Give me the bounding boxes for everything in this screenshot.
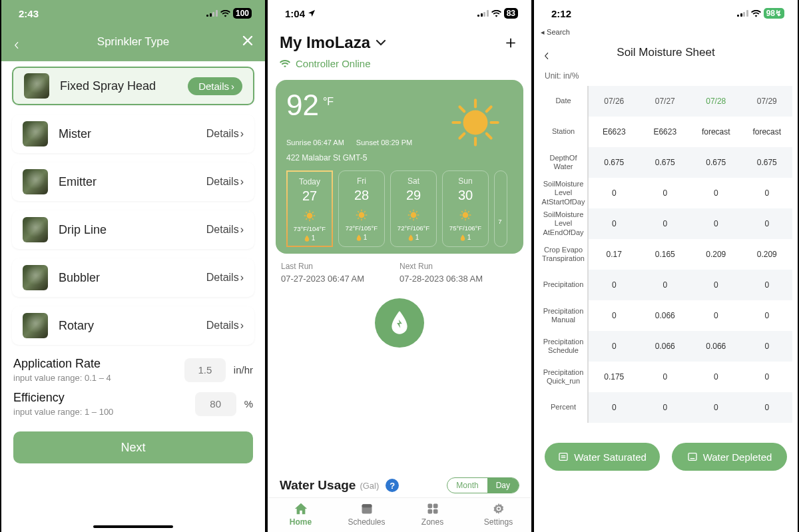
tab-schedules[interactable]: Schedules (334, 502, 400, 527)
help-icon[interactable]: ? (386, 479, 399, 492)
table-body[interactable]: 07/2607/2707/2807/29E6623E6623forecastfo… (589, 86, 792, 423)
table-cell: 0 (640, 392, 691, 423)
home-indicator[interactable] (93, 525, 173, 528)
sprinkler-item-emitter[interactable]: Emitter Details› (12, 162, 254, 201)
row-header: Date (539, 86, 587, 117)
application-rate-input[interactable] (184, 358, 226, 382)
table-cell: 0 (742, 331, 793, 362)
sunset: Sunset 08:29 PM (356, 138, 412, 146)
table-cell: 0 (640, 208, 691, 239)
quick-run-button[interactable] (375, 298, 424, 348)
period-day[interactable]: Day (487, 478, 519, 493)
sprinkler-name: Emitter (59, 175, 206, 189)
application-rate-label: Application Rate (13, 357, 111, 371)
tab-settings[interactable]: Settings (465, 502, 531, 527)
back-icon[interactable] (543, 49, 550, 56)
table-cell: 0 (589, 270, 640, 300)
svg-line-44 (461, 218, 463, 219)
table-cell: 0 (742, 208, 793, 239)
next-button[interactable]: Next (13, 431, 253, 463)
details-button[interactable]: Details› (188, 77, 242, 95)
wifi-icon (220, 10, 230, 17)
efficiency-unit: % (244, 398, 253, 409)
sprinkler-type-screen: 2:43 100 Sprinkler Type Fixed Spray Head… (0, 0, 266, 532)
forecast-day-partial[interactable]: 7 (494, 170, 507, 247)
svg-line-25 (364, 211, 366, 212)
table-cell: 0 (640, 178, 691, 208)
forecast-day[interactable]: Sat29 72°F/106°F 1 (390, 170, 437, 247)
unit-label: Unit: in/% (534, 66, 798, 86)
sun-icon (354, 208, 369, 222)
table-cell: 0 (742, 178, 793, 208)
run-info: Last Run07-27-2023 06:47 AM Next Run07-2… (268, 254, 531, 286)
efficiency-input[interactable] (195, 392, 236, 416)
sprinkler-item-drip-line[interactable]: Drip Line Details› (12, 210, 254, 249)
back-icon[interactable] (13, 39, 20, 45)
signal-icon (477, 10, 489, 17)
table-cell: 0.675 (640, 147, 691, 178)
table-cell: 0 (640, 362, 691, 392)
tab-zones[interactable]: Zones (400, 502, 465, 527)
table-cell: 07/29 (742, 86, 793, 117)
sprinkler-item-mister[interactable]: Mister Details› (12, 115, 254, 153)
svg-line-33 (416, 218, 417, 219)
status-bar: 2:12 98↯ (534, 0, 798, 27)
svg-line-41 (461, 211, 463, 212)
details-link[interactable]: Details› (206, 128, 244, 140)
water-depleted-button[interactable]: Water Depleted (672, 443, 787, 471)
table-cell: 0 (589, 300, 640, 331)
table-cell: 0 (690, 300, 742, 331)
forecast-day[interactable]: Fri28 72°F/105°F 1 (338, 170, 385, 247)
efficiency-range: input value range: 1 – 100 (13, 407, 113, 417)
chevron-down-icon[interactable] (376, 37, 386, 49)
forecast-row[interactable]: Today 27 73°F/104°F 1 Fri28 72°F/105°F 1… (286, 170, 513, 247)
forecast-day-today[interactable]: Today 27 73°F/104°F 1 (286, 170, 333, 247)
sprinkler-name: Fixed Spray Head (60, 79, 188, 93)
table-cell: 0 (589, 392, 640, 423)
battery-indicator: 100 (233, 8, 252, 19)
details-link[interactable]: Details› (206, 176, 244, 188)
location-icon (308, 9, 316, 17)
raindrop-icon (304, 235, 310, 242)
details-link[interactable]: Details› (206, 320, 244, 332)
table-cell: 0.17 (589, 239, 640, 270)
add-button[interactable]: ＋ (502, 31, 519, 54)
close-icon[interactable] (242, 35, 253, 49)
sprinkler-item-rotary[interactable]: Rotary Details› (12, 306, 254, 345)
details-link[interactable]: Details› (206, 272, 244, 284)
sprinkler-item-fixed-spray[interactable]: Fixed Spray Head Details› (12, 67, 254, 105)
gear-icon (492, 502, 505, 515)
water-saturated-button[interactable]: Water Saturated (545, 443, 660, 471)
row-header: SoilMoisture Level AtEndOfDay (539, 208, 587, 239)
water-drop-icon (389, 311, 410, 335)
row-header: Precipitation Quick_run (539, 362, 587, 392)
table-cell: 0.675 (589, 147, 640, 178)
details-link[interactable]: Details› (206, 224, 244, 236)
back-to-search[interactable]: ◂ Search (534, 27, 798, 37)
controller-name[interactable]: My ImoLaza (280, 33, 370, 52)
period-toggle[interactable]: Month Day (447, 477, 519, 493)
svg-line-16 (312, 212, 314, 213)
battery-indicator: 98↯ (764, 8, 784, 19)
sprinkler-item-bubbler[interactable]: Bubbler Details› (12, 258, 254, 297)
table-cell: 0 (589, 331, 640, 362)
table-cell: 0 (742, 392, 793, 423)
soil-moisture-screen: 2:12 98↯ ◂ Search Soil Moisture Sheet Un… (533, 0, 799, 532)
soil-table: DateStationDepthOf WaterSoilMoisture Lev… (539, 86, 792, 423)
row-header: Precipitation Manual (539, 300, 587, 331)
water-usage-unit: (Gal) (360, 481, 379, 491)
svg-point-36 (463, 212, 469, 218)
table-cell: E6623 (640, 117, 691, 147)
controller-status: Controller Online (268, 55, 531, 76)
period-month[interactable]: Month (447, 478, 487, 493)
row-headers: DateStationDepthOf WaterSoilMoisture Lev… (539, 86, 589, 423)
forecast-day[interactable]: Sun30 75°F/106°F 1 (442, 170, 489, 247)
svg-rect-50 (433, 509, 437, 514)
tab-home[interactable]: Home (268, 502, 334, 527)
calendar-icon (360, 502, 374, 515)
table-cell: forecast (742, 117, 793, 147)
water-usage-header: Water Usage (Gal) ? Month Day (268, 468, 531, 497)
grid-icon (426, 502, 439, 515)
sprinkler-thumb (23, 313, 48, 338)
svg-point-27 (411, 212, 417, 218)
